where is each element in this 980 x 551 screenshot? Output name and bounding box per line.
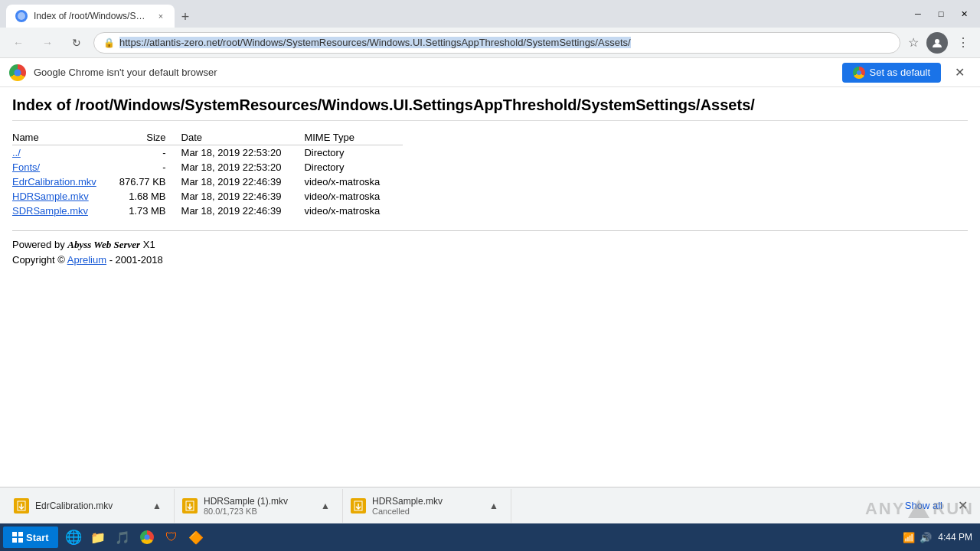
start-button[interactable]: Start: [3, 527, 58, 548]
aprelium-link[interactable]: Aprelium: [67, 254, 106, 266]
taskbar-pinned-icons: 🌐 📁 🎵 🛡 🔶: [63, 527, 207, 548]
svg-rect-8: [12, 532, 17, 536]
taskbar-right: 📶 🔊 4:44 PM: [903, 532, 977, 543]
taskbar-avast-icon[interactable]: 🛡: [161, 527, 182, 548]
file-link[interactable]: ../: [12, 147, 21, 158]
file-mime-cell: Directory: [304, 145, 403, 161]
minimize-button[interactable]: ─: [908, 4, 928, 24]
file-mime-cell: video/x-matroska: [304, 204, 403, 218]
download-name-3: HDRSample.mkv: [372, 496, 479, 507]
file-link[interactable]: EdrCalibration.mkv: [12, 176, 96, 187]
file-listing-table: Name Size Date MIME Type ../-Mar 18, 201…: [12, 130, 403, 218]
file-name-cell: HDRSample.mkv: [12, 189, 119, 204]
file-link[interactable]: SDRSample.mkv: [12, 205, 88, 217]
chrome-default-banner: Google Chrome isn't your default browser…: [0, 58, 980, 87]
svg-point-0: [18, 12, 25, 20]
taskbar-ie-icon[interactable]: 🌐: [63, 527, 84, 548]
profile-button[interactable]: [926, 32, 948, 54]
address-bar[interactable]: 🔒 https://atlantis-zero.net/root/Windows…: [93, 32, 900, 54]
file-name-cell: Fonts/: [12, 160, 119, 174]
show-all-downloads-button[interactable]: Show all: [896, 500, 952, 511]
download-name-1: EdrCalibration.mkv: [35, 500, 142, 511]
powered-by-prefix: Powered by: [12, 239, 67, 250]
system-tray: 📶 🔊: [903, 532, 932, 543]
title-bar: Index of /root/Windows/SystemRes... × + …: [0, 0, 980, 28]
table-row: Fonts/-Mar 18, 2019 22:53:20Directory: [12, 160, 403, 174]
page-content: Index of /root/Windows/SystemResources/W…: [0, 87, 980, 551]
tray-network-icon[interactable]: 📶: [903, 532, 915, 543]
refresh-button[interactable]: ↻: [64, 31, 89, 55]
download-file-icon-1: [14, 498, 29, 514]
taskbar-folder-icon[interactable]: 📁: [87, 527, 109, 548]
download-chevron-3[interactable]: ▲: [485, 499, 503, 513]
taskbar-media-icon[interactable]: 🎵: [112, 527, 133, 548]
download-bar-close-button[interactable]: ✕: [952, 495, 974, 516]
set-default-button[interactable]: Set as default: [842, 63, 942, 83]
file-link[interactable]: HDRSample.mkv: [12, 191, 89, 202]
file-mime-cell: video/x-matroska: [304, 174, 403, 189]
copyright-prefix: Copyright ©: [12, 254, 67, 266]
svg-rect-10: [12, 538, 17, 543]
file-size-cell: -: [119, 160, 181, 174]
file-date-cell: Mar 18, 2019 22:46:39: [181, 189, 305, 204]
file-date-cell: Mar 18, 2019 22:46:39: [181, 174, 305, 189]
download-chevron-1[interactable]: ▲: [148, 499, 166, 513]
file-name-cell: SDRSample.mkv: [12, 204, 119, 218]
download-name-2: HDRSample (1).mkv: [204, 496, 310, 507]
download-info-1: EdrCalibration.mkv: [35, 500, 142, 511]
chrome-btn-icon: [853, 67, 865, 79]
file-link[interactable]: Fonts/: [12, 161, 40, 173]
page-footer: Powered by Abyss Web Server X1 Copyright…: [12, 230, 968, 266]
address-text: https://atlantis-zero.net/root/Windows/S…: [119, 37, 890, 48]
system-clock[interactable]: 4:44 PM: [938, 532, 972, 543]
server-version: X1: [140, 239, 155, 250]
col-header-mime: MIME Type: [304, 130, 403, 145]
table-row: HDRSample.mkv1.68 MBMar 18, 2019 22:46:3…: [12, 189, 403, 204]
taskbar-chrome-icon[interactable]: [136, 527, 158, 548]
file-size-cell: 1.73 MB: [119, 204, 181, 218]
download-info-2: HDRSample (1).mkv 80.0/1,723 KB: [204, 496, 310, 516]
browser-tab[interactable]: Index of /root/Windows/SystemRes... ×: [6, 5, 175, 28]
file-date-cell: Mar 18, 2019 22:53:20: [181, 145, 305, 161]
download-status-3: Cancelled: [372, 507, 479, 516]
download-info-3: HDRSample.mkv Cancelled: [372, 496, 479, 516]
tab-close-button[interactable]: ×: [156, 10, 165, 22]
svg-rect-9: [18, 532, 23, 536]
download-file-icon-3: [351, 498, 366, 514]
address-url: https://atlantis-zero.net/root/Windows/S…: [119, 37, 631, 48]
forward-button[interactable]: →: [35, 31, 60, 55]
taskbar-vlc-icon[interactable]: 🔶: [185, 527, 207, 548]
file-name-cell: ../: [12, 145, 119, 161]
table-row: ../-Mar 18, 2019 22:53:20Directory: [12, 145, 403, 161]
file-mime-cell: video/x-matroska: [304, 189, 403, 204]
set-default-label: Set as default: [870, 67, 931, 78]
close-button[interactable]: ✕: [954, 4, 974, 24]
browser-frame: Index of /root/Windows/SystemRes... × + …: [0, 0, 980, 551]
table-row: SDRSample.mkv1.73 MBMar 18, 2019 22:46:3…: [12, 204, 403, 218]
server-name: Abyss Web Server: [67, 239, 140, 250]
tray-volume-icon[interactable]: 🔊: [920, 532, 932, 543]
new-tab-button[interactable]: +: [175, 6, 196, 28]
file-size-cell: -: [119, 145, 181, 161]
browser-menu-button[interactable]: ⋮: [952, 32, 974, 53]
chrome-logo-icon: [9, 64, 26, 81]
file-name-cell: EdrCalibration.mkv: [12, 174, 119, 189]
download-status-2: 80.0/1,723 KB: [204, 507, 310, 516]
banner-message: Google Chrome isn't your default browser: [34, 67, 835, 78]
download-item-1: EdrCalibration.mkv ▲: [6, 489, 175, 523]
svg-rect-11: [18, 538, 23, 543]
download-bar: EdrCalibration.mkv ▲ HDRSample (1).mkv 8…: [0, 487, 980, 523]
start-label: Start: [26, 532, 49, 543]
tab-bar: Index of /root/Windows/SystemRes... × +: [6, 0, 902, 28]
maximize-button[interactable]: □: [931, 4, 951, 24]
download-file-icon-2: [182, 498, 198, 514]
download-item-2: HDRSample (1).mkv 80.0/1,723 KB ▲: [175, 489, 343, 523]
back-button[interactable]: ←: [6, 31, 31, 55]
file-date-cell: Mar 18, 2019 22:46:39: [181, 204, 305, 218]
download-chevron-2[interactable]: ▲: [316, 499, 335, 513]
banner-close-button[interactable]: ✕: [949, 62, 971, 83]
page-title: Index of /root/Windows/SystemResources/W…: [12, 96, 968, 121]
copyright-suffix: - 2001-2018: [106, 254, 163, 266]
col-header-date: Date: [181, 130, 305, 145]
bookmark-button[interactable]: ☆: [905, 32, 922, 53]
